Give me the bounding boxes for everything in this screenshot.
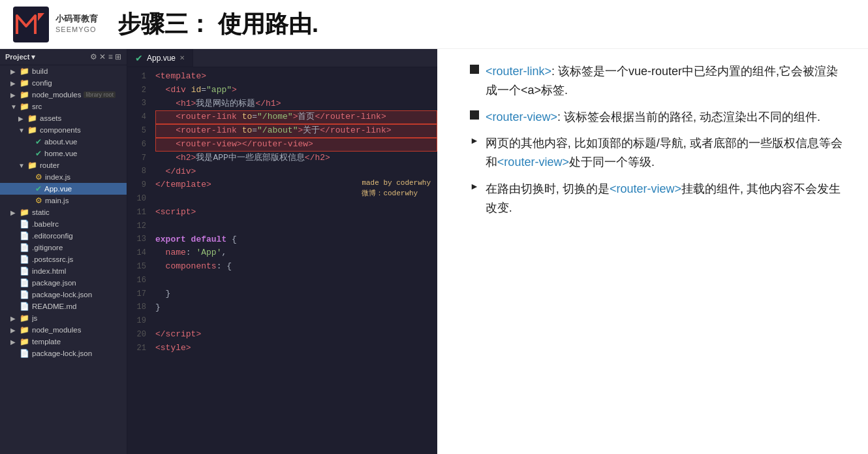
code-editor: ✔ App.vue ✕ 1 2 3 4 5 6 7 8 9 10 11 [127,49,437,454]
code-line-21: <style> [155,342,437,355]
main-content: Project ▾ ⚙ ✕ ≡ ⊞ ▶ 📁 build ▶ 📁 config ▶… [0,49,868,454]
notes-panel: <router-link>: 该标签是一个vue-router中已经内置的组件,… [450,49,868,454]
tree-item-package-lock[interactable]: 📄 package-lock.json [0,289,127,300]
code-line-15: components: { [155,260,437,274]
code-line-17: } [155,287,437,301]
tab-app-vue[interactable]: ✔ App.vue ✕ [127,49,193,67]
note-text-2: <router-view>: 该标签会根据当前的路径, 动态渲染出不同的组件. [486,108,820,127]
code-line-16 [155,274,437,287]
tree-item-main-js[interactable]: ⚙ main.js [0,195,127,206]
vue-icon: ✔ [135,53,143,63]
highlight-router-view-1: <router-view> [486,110,557,123]
ide-panel: Project ▾ ⚙ ✕ ≡ ⊞ ▶ 📁 build ▶ 📁 config ▶… [0,49,437,454]
note-route-switch: ► 在路由切换时, 切换的是<router-view>挂载的组件, 其他内容不会… [470,180,848,218]
tree-item-router[interactable]: ▼ 📁 router [0,159,127,171]
tree-item-assets[interactable]: ▶ 📁 assets [0,112,127,124]
code-line-6: <router-view></router-view> [155,138,437,152]
tree-item-gitignore[interactable]: 📄 .gitignore [0,242,127,253]
code-line-19 [155,314,437,328]
tree-item-static[interactable]: ▶ 📁 static [0,206,127,218]
code-line-12 [155,219,437,233]
bullet-square-2 [470,110,479,120]
note-text-4: 在路由切换时, 切换的是<router-view>挂载的组件, 其他内容不会发生… [486,180,848,218]
code-line-8: </div> [155,165,437,179]
logo-area: 小码哥教育 SEEMYGO [13,7,98,42]
code-line-3: <h1>我是网站的标题</h1> [155,97,437,111]
tree-item-readme[interactable]: 📄 README.md [0,300,127,312]
tree-item-babelrc[interactable]: 📄 .babelrc [0,218,127,230]
tree-item-postcssrc[interactable]: 📄 .postcssrc.js [0,253,127,265]
code-line-4: <router-link to="/home">首页</router-link> [155,110,437,124]
code-line-5: <router-link to="/about">关于</router-link… [155,124,437,138]
tree-item-template[interactable]: ▶ 📁 template [0,336,127,348]
bullet-triangle-1: ► [470,135,479,146]
note-router-link: <router-link>: 该标签是一个vue-router中已经内置的组件,… [470,62,848,100]
highlight-router-view-3: <router-view> [610,182,681,195]
tree-item-components[interactable]: ▼ 📁 components [0,124,127,136]
code-line-1: <template> [155,70,437,84]
tree-item-package-lock-2[interactable]: 📄 package-lock.json [0,348,127,359]
tree-item-js[interactable]: ▶ 📁 js [0,312,127,324]
tree-item-app-vue[interactable]: ✔ App.vue [0,183,127,195]
tree-item-config[interactable]: ▶ 📁 config [0,77,127,89]
logo-text: 小码哥教育 SEEMYGO [55,13,98,35]
company-name: 小码哥教育 [55,13,98,25]
highlight-router-link-1: <router-link> [486,65,551,78]
note-other-content: ► 网页的其他内容, 比如顶部的标题/导航, 或者底部的一些版权信息等会和<ro… [470,134,848,172]
tree-item-home-vue[interactable]: ✔ home.vue [0,148,127,159]
tree-item-about-vue[interactable]: ✔ about.vue [0,136,127,148]
brand-name: SEEMYGO [55,25,98,35]
tree-item-package-json[interactable]: 📄 package.json [0,277,127,289]
code-line-10 [155,192,437,206]
logo-icon [13,7,49,42]
file-tree-header: Project ▾ ⚙ ✕ ≡ ⊞ [0,49,127,65]
tree-item-index-js[interactable]: ⚙ index.js [0,171,127,183]
tree-item-src[interactable]: ▼ 📁 src [0,101,127,112]
code-content: 1 2 3 4 5 6 7 8 9 10 11 12 13 14 15 16 1 [127,67,437,454]
tree-item-editorconfig[interactable]: 📄 .editorconfig [0,230,127,242]
project-label: Project ▾ [5,53,35,61]
editor-tabs: ✔ App.vue ✕ [127,49,437,67]
tree-item-node-modules-2[interactable]: ▶ 📁 node_modules [0,324,127,336]
note-router-view: <router-view>: 该标签会根据当前的路径, 动态渲染出不同的组件. [470,108,848,127]
svg-rect-0 [13,7,49,42]
bullet-square-1 [470,65,479,74]
code-line-14: name: 'App', [155,246,437,260]
bullet-triangle-2: ► [470,181,479,191]
note-text-3: 网页的其他内容, 比如顶部的标题/导航, 或者底部的一些版权信息等会和<rout… [486,134,848,172]
code-line-7: <h2>我是APP中一些底部版权信息</h2> [155,152,437,165]
code-line-18: } [155,301,437,315]
tree-item-node-modules-root[interactable]: ▶ 📁 node_modules library root [0,89,127,101]
code-line-11: <script> [155,206,437,219]
tree-icons: ⚙ ✕ ≡ ⊞ [90,52,121,61]
file-tree[interactable]: Project ▾ ⚙ ✕ ≡ ⊞ ▶ 📁 build ▶ 📁 config ▶… [0,49,127,454]
tree-item-build[interactable]: ▶ 📁 build [0,65,127,77]
highlight-router-view-2: <router-view> [497,155,569,169]
code-line-20: </script> [155,328,437,342]
gap [437,49,450,454]
code-line-9: </template> made by coderwhy微博：coderwhy [155,178,437,192]
code-line-2: <div id="app"> [155,84,437,97]
note-text-1: <router-link>: 该标签是一个vue-router中已经内置的组件,… [486,62,848,100]
close-icon[interactable]: ✕ [179,54,185,61]
tab-label: App.vue [147,54,176,63]
tree-item-index-html[interactable]: 📄 index.html [0,265,127,277]
code-line-13: export default { [155,233,437,247]
header: 小码哥教育 SEEMYGO 步骤三： 使用路由. [0,0,868,49]
code-lines: <template> <div id="app"> <h1>我是网站的标题</h… [150,67,437,454]
line-numbers: 1 2 3 4 5 6 7 8 9 10 11 12 13 14 15 16 1 [127,67,150,454]
page-title: 步骤三： 使用路由. [117,8,318,41]
